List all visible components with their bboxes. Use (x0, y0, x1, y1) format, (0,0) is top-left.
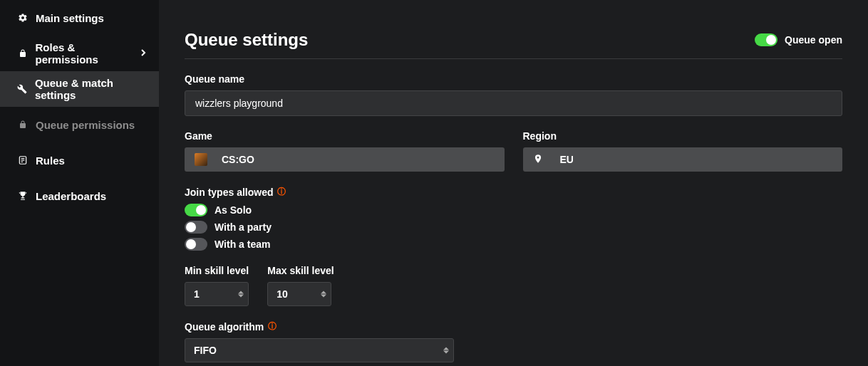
page-title: Queue settings (185, 30, 308, 50)
region-select[interactable]: EU (523, 147, 843, 172)
info-icon[interactable]: ⓘ (277, 186, 286, 198)
join-team-toggle[interactable] (185, 238, 207, 251)
game-label: Game (185, 130, 505, 142)
lock-icon (17, 48, 28, 59)
queue-name-input[interactable] (185, 90, 842, 116)
lock-icon (17, 119, 29, 130)
sidebar-item-rules[interactable]: Rules (0, 142, 159, 178)
sidebar-item-label: Roles & permissions (35, 41, 138, 66)
algorithm-label: Queue algorithm ⓘ (185, 320, 842, 333)
sidebar-item-label: Queue & match settings (35, 77, 149, 101)
game-select[interactable]: CS:GO (185, 147, 505, 172)
join-types-label: Join types allowed ⓘ (185, 186, 842, 198)
min-skill-label: Min skill level (185, 265, 249, 276)
info-icon[interactable]: ⓘ (268, 320, 277, 333)
region-value: EU (560, 154, 574, 165)
tools-icon (17, 83, 28, 95)
chevron-right-icon (138, 47, 149, 61)
sidebar-item-label: Queue permissions (36, 119, 135, 131)
algorithm-value: FIFO (194, 345, 217, 356)
min-skill-value: 1 (194, 288, 200, 300)
max-skill-value: 10 (277, 288, 288, 300)
sidebar-item-main-settings[interactable]: Main settings (0, 0, 159, 36)
stepper-icon (443, 347, 449, 354)
sidebar-item-label: Leaderboards (36, 190, 106, 202)
trophy-icon (17, 190, 29, 202)
stepper-icon (238, 291, 244, 298)
stepper-icon (321, 291, 326, 298)
max-skill-stepper[interactable]: 10 (267, 282, 331, 306)
queue-open-label: Queue open (785, 34, 842, 46)
queue-open-toggle[interactable] (755, 33, 777, 46)
max-skill-label: Max skill level (267, 265, 334, 276)
join-solo-toggle[interactable] (185, 204, 207, 216)
gear-icon (17, 12, 29, 23)
game-value: CS:GO (222, 154, 254, 165)
sidebar-item-roles-permissions[interactable]: Roles & permissions (0, 36, 159, 71)
sidebar-item-queue-match-settings[interactable]: Queue & match settings (0, 71, 159, 107)
sidebar: Main settings Roles & permissions Queue … (0, 0, 159, 366)
sidebar-item-label: Main settings (36, 12, 104, 24)
sidebar-item-leaderboards[interactable]: Leaderboards (0, 178, 159, 214)
queue-name-label: Queue name (185, 73, 842, 85)
algorithm-select[interactable]: FIFO (185, 338, 454, 362)
main-panel: Queue settings Queue open Queue name Gam… (159, 0, 868, 366)
join-party-toggle[interactable] (185, 221, 207, 234)
region-label: Region (523, 130, 843, 142)
divider (185, 58, 842, 59)
sidebar-item-label: Rules (36, 155, 65, 167)
join-team-label: With a team (215, 239, 270, 250)
sidebar-item-queue-permissions[interactable]: Queue permissions (0, 107, 159, 142)
min-skill-stepper[interactable]: 1 (185, 282, 249, 306)
list-icon (17, 155, 29, 166)
game-icon (195, 153, 207, 166)
pin-icon (533, 154, 546, 166)
join-party-label: With a party (215, 221, 272, 233)
join-solo-label: As Solo (215, 204, 252, 216)
